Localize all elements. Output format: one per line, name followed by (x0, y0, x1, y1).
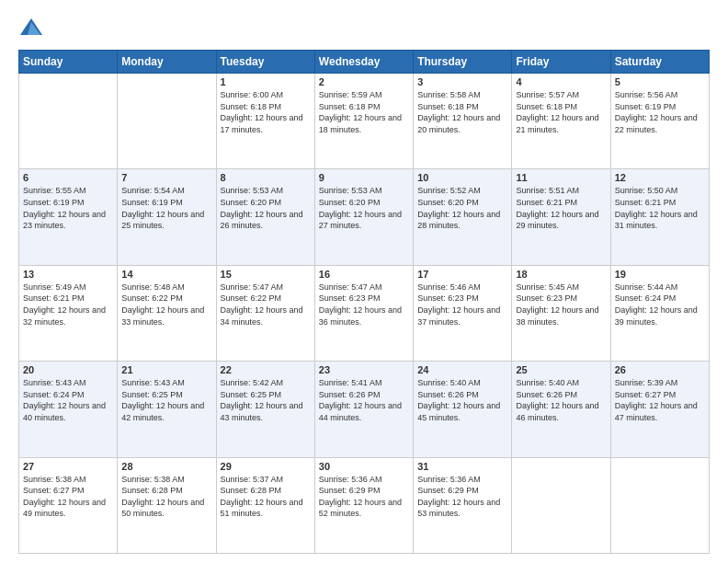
calendar-cell: 12Sunrise: 5:50 AM Sunset: 6:21 PM Dayli… (610, 169, 709, 265)
day-info: Sunrise: 5:57 AM Sunset: 6:18 PM Dayligh… (516, 89, 606, 135)
calendar-cell: 16Sunrise: 5:47 AM Sunset: 6:23 PM Dayli… (314, 265, 413, 361)
calendar-cell (610, 457, 709, 553)
calendar-cell: 10Sunrise: 5:52 AM Sunset: 6:20 PM Dayli… (414, 169, 512, 265)
calendar-cell: 6Sunrise: 5:55 AM Sunset: 6:19 PM Daylig… (19, 169, 118, 265)
calendar-cell: 29Sunrise: 5:37 AM Sunset: 6:28 PM Dayli… (216, 457, 314, 553)
calendar-cell: 31Sunrise: 5:36 AM Sunset: 6:29 PM Dayli… (414, 457, 512, 553)
day-info: Sunrise: 6:00 AM Sunset: 6:18 PM Dayligh… (221, 89, 311, 135)
day-number: 20 (23, 364, 113, 375)
calendar-cell: 20Sunrise: 5:43 AM Sunset: 6:24 PM Dayli… (19, 362, 118, 457)
day-number: 11 (516, 172, 606, 183)
day-info: Sunrise: 5:49 AM Sunset: 6:21 PM Dayligh… (23, 282, 113, 327)
calendar-header-wednesday: Wednesday (314, 51, 413, 74)
calendar-header-friday: Friday (512, 51, 610, 74)
calendar-cell: 1Sunrise: 6:00 AM Sunset: 6:18 PM Daylig… (216, 74, 314, 169)
day-number: 3 (417, 76, 507, 87)
day-number: 16 (319, 269, 409, 280)
day-number: 9 (319, 172, 409, 183)
header (18, 15, 710, 40)
day-info: Sunrise: 5:58 AM Sunset: 6:18 PM Dayligh… (417, 89, 507, 135)
day-number: 26 (615, 364, 705, 375)
calendar-cell: 30Sunrise: 5:36 AM Sunset: 6:29 PM Dayli… (314, 457, 413, 553)
calendar-week-5: 27Sunrise: 5:38 AM Sunset: 6:27 PM Dayli… (19, 457, 710, 553)
day-number: 12 (615, 172, 705, 183)
logo-icon (18, 15, 44, 40)
day-number: 13 (23, 269, 113, 280)
calendar-header-row: SundayMondayTuesdayWednesdayThursdayFrid… (19, 51, 710, 74)
day-info: Sunrise: 5:59 AM Sunset: 6:18 PM Dayligh… (319, 89, 409, 135)
day-number: 23 (319, 364, 409, 375)
calendar-cell: 9Sunrise: 5:53 AM Sunset: 6:20 PM Daylig… (314, 169, 413, 265)
calendar-cell: 4Sunrise: 5:57 AM Sunset: 6:18 PM Daylig… (512, 74, 610, 169)
calendar-cell: 19Sunrise: 5:44 AM Sunset: 6:24 PM Dayli… (610, 265, 709, 361)
calendar-header-sunday: Sunday (19, 51, 118, 74)
day-info: Sunrise: 5:39 AM Sunset: 6:27 PM Dayligh… (615, 377, 705, 423)
calendar-header-tuesday: Tuesday (216, 51, 314, 74)
day-number: 28 (121, 461, 211, 472)
day-info: Sunrise: 5:44 AM Sunset: 6:24 PM Dayligh… (615, 282, 705, 327)
day-number: 2 (319, 76, 409, 87)
day-number: 24 (417, 364, 507, 375)
day-info: Sunrise: 5:42 AM Sunset: 6:25 PM Dayligh… (221, 377, 311, 423)
day-number: 5 (615, 76, 705, 87)
day-number: 21 (121, 364, 211, 375)
page: SundayMondayTuesdayWednesdayThursdayFrid… (0, 0, 728, 563)
day-number: 31 (417, 461, 507, 472)
calendar-cell: 14Sunrise: 5:48 AM Sunset: 6:22 PM Dayli… (118, 265, 216, 361)
day-number: 14 (121, 269, 211, 280)
calendar-cell: 28Sunrise: 5:38 AM Sunset: 6:28 PM Dayli… (118, 457, 216, 553)
calendar-cell: 13Sunrise: 5:49 AM Sunset: 6:21 PM Dayli… (19, 265, 118, 361)
day-number: 19 (615, 269, 705, 280)
calendar-cell: 7Sunrise: 5:54 AM Sunset: 6:19 PM Daylig… (118, 169, 216, 265)
day-number: 27 (23, 461, 113, 472)
day-info: Sunrise: 5:54 AM Sunset: 6:19 PM Dayligh… (121, 185, 211, 231)
day-info: Sunrise: 5:40 AM Sunset: 6:26 PM Dayligh… (516, 377, 606, 423)
calendar-header-thursday: Thursday (414, 51, 512, 74)
day-info: Sunrise: 5:37 AM Sunset: 6:28 PM Dayligh… (221, 474, 311, 520)
day-info: Sunrise: 5:36 AM Sunset: 6:29 PM Dayligh… (417, 474, 507, 520)
day-info: Sunrise: 5:41 AM Sunset: 6:26 PM Dayligh… (319, 377, 409, 423)
calendar-cell: 21Sunrise: 5:43 AM Sunset: 6:25 PM Dayli… (118, 362, 216, 457)
calendar-cell: 11Sunrise: 5:51 AM Sunset: 6:21 PM Dayli… (512, 169, 610, 265)
day-number: 22 (221, 364, 311, 375)
day-info: Sunrise: 5:52 AM Sunset: 6:20 PM Dayligh… (417, 185, 507, 231)
day-number: 8 (221, 172, 311, 183)
day-info: Sunrise: 5:48 AM Sunset: 6:22 PM Dayligh… (121, 282, 211, 327)
day-info: Sunrise: 5:38 AM Sunset: 6:27 PM Dayligh… (23, 474, 113, 520)
day-number: 17 (417, 269, 507, 280)
day-info: Sunrise: 5:38 AM Sunset: 6:28 PM Dayligh… (121, 474, 211, 520)
day-info: Sunrise: 5:53 AM Sunset: 6:20 PM Dayligh… (319, 185, 409, 231)
day-number: 7 (121, 172, 211, 183)
day-number: 15 (221, 269, 311, 280)
calendar-table: SundayMondayTuesdayWednesdayThursdayFrid… (18, 50, 710, 554)
calendar-cell: 22Sunrise: 5:42 AM Sunset: 6:25 PM Dayli… (216, 362, 314, 457)
calendar-cell: 27Sunrise: 5:38 AM Sunset: 6:27 PM Dayli… (19, 457, 118, 553)
day-info: Sunrise: 5:47 AM Sunset: 6:23 PM Dayligh… (319, 282, 409, 327)
calendar-cell: 3Sunrise: 5:58 AM Sunset: 6:18 PM Daylig… (414, 74, 512, 169)
calendar-week-2: 6Sunrise: 5:55 AM Sunset: 6:19 PM Daylig… (19, 169, 710, 265)
calendar-cell: 26Sunrise: 5:39 AM Sunset: 6:27 PM Dayli… (610, 362, 709, 457)
calendar-header-monday: Monday (118, 51, 216, 74)
day-number: 6 (23, 172, 113, 183)
calendar-cell (118, 74, 216, 169)
calendar-cell (512, 457, 610, 553)
day-number: 25 (516, 364, 606, 375)
calendar-cell: 23Sunrise: 5:41 AM Sunset: 6:26 PM Dayli… (314, 362, 413, 457)
day-info: Sunrise: 5:56 AM Sunset: 6:19 PM Dayligh… (615, 89, 705, 135)
calendar-cell: 5Sunrise: 5:56 AM Sunset: 6:19 PM Daylig… (610, 74, 709, 169)
day-number: 30 (319, 461, 409, 472)
day-number: 18 (516, 269, 606, 280)
day-info: Sunrise: 5:51 AM Sunset: 6:21 PM Dayligh… (516, 185, 606, 231)
calendar-cell: 24Sunrise: 5:40 AM Sunset: 6:26 PM Dayli… (414, 362, 512, 457)
day-info: Sunrise: 5:43 AM Sunset: 6:24 PM Dayligh… (23, 377, 113, 423)
calendar-week-3: 13Sunrise: 5:49 AM Sunset: 6:21 PM Dayli… (19, 265, 710, 361)
calendar-week-4: 20Sunrise: 5:43 AM Sunset: 6:24 PM Dayli… (19, 362, 710, 457)
calendar-cell: 18Sunrise: 5:45 AM Sunset: 6:23 PM Dayli… (512, 265, 610, 361)
day-info: Sunrise: 5:40 AM Sunset: 6:26 PM Dayligh… (417, 377, 507, 423)
day-number: 1 (221, 76, 311, 87)
calendar-cell: 17Sunrise: 5:46 AM Sunset: 6:23 PM Dayli… (414, 265, 512, 361)
day-info: Sunrise: 5:50 AM Sunset: 6:21 PM Dayligh… (615, 185, 705, 231)
calendar-cell (19, 74, 118, 169)
day-info: Sunrise: 5:36 AM Sunset: 6:29 PM Dayligh… (319, 474, 409, 520)
day-number: 10 (417, 172, 507, 183)
